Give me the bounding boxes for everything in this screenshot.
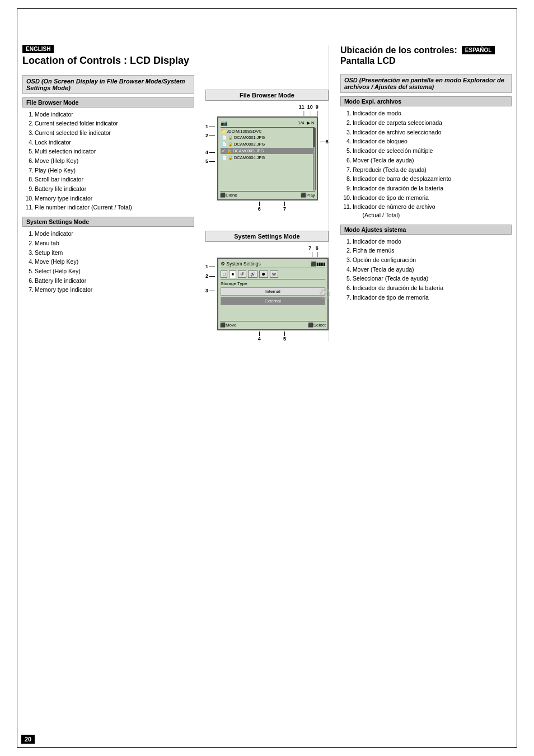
list-item: 1.Indicador de modo: [340, 237, 512, 246]
list-item: 7.Memory type indicator: [22, 285, 194, 295]
list-item: 3.Opción de configuración: [340, 255, 512, 265]
english-file-browser-label: File Browser Mode: [22, 97, 194, 108]
list-item: 3.Current selected file indicator: [22, 128, 194, 138]
spanish-system-settings-label: Modo Ajustes sistema: [340, 225, 512, 235]
list-item: 3.Setup item: [22, 248, 194, 258]
file-browser-screen-block: File Browser Mode 11 10 9 | | | 1 2: [205, 90, 329, 212]
system-settings-screen-title: System Settings Mode: [205, 231, 329, 242]
screen-mockups: File Browser Mode 11 10 9 | | | 1 2: [205, 90, 329, 342]
ss-top-callout-numbers: 7 6: [205, 245, 329, 251]
list-item: 6.Move (Help Key): [22, 156, 194, 166]
bottom-callout-numbers-fb: 6 7: [205, 202, 329, 212]
english-file-browser-list: 1.Mode indicator 2.Current selected fold…: [22, 110, 194, 213]
spanish-title: Ubicación de los controles: Pantalla LCD: [340, 45, 457, 66]
system-settings-bottom-bar: ⬛Move ⬛Select: [220, 321, 326, 328]
list-item: 6.Mover (Tecla de ayuda): [340, 156, 512, 165]
list-item: 8.Scroll bar indicator: [22, 175, 194, 184]
list-item: 2.Menu tab: [22, 239, 194, 248]
spanish-osd-header: OSD (Presentación en pantalla en modo Ex…: [340, 74, 512, 93]
list-item: 4.Mover (Tecla de ayuda): [340, 265, 512, 274]
list-item: 7.Indicador de tipo de memoria: [340, 293, 512, 302]
list-item: 2.Ficha de menús: [340, 246, 512, 255]
list-item: 1.Indicador de modo: [340, 109, 512, 118]
list-item: 4.Lock indicator: [22, 138, 194, 147]
list-item: 11.File number indicator (Current / Tota…: [22, 203, 194, 212]
spanish-lang-badge: ESPAÑOL: [462, 46, 495, 54]
list-item: 9.Battery life indicator: [22, 184, 194, 194]
english-lang-badge: ENGLISH: [22, 45, 54, 53]
file-browser-bottom-bar: ⬛Clone ⬛Play: [220, 191, 315, 198]
list-item: 7.Play (Help Key): [22, 166, 194, 175]
left-callout-numbers: 1 2 4 5: [205, 116, 215, 166]
list-item: 8.Indicador de barra de desplazamiento: [340, 174, 512, 184]
list-item: 1.Mode indicator: [22, 110, 194, 119]
list-item: 5.Multi selection indicator: [22, 147, 194, 156]
english-system-settings-list: 1.Mode indicator 2.Menu tab 3.Setup item…: [22, 229, 194, 295]
bottom-callout-numbers-ss: 4 5: [205, 332, 329, 342]
english-osd-header: OSD (On Screen Display in File Browser M…: [22, 75, 194, 94]
spanish-file-browser-list: 1.Indicador de modo 2.Indicador de carpe…: [340, 109, 512, 220]
gear-icon: ⚙: [318, 285, 332, 304]
list-item: 3.Indicador de archivo seleccionado: [340, 128, 512, 137]
system-settings-screen-block: System Settings Mode 7 6 | | 1 2: [205, 231, 329, 342]
list-item: 5.Indicador de selección múltiple: [340, 146, 512, 156]
list-item: 10.Memory type indicator: [22, 194, 194, 203]
english-title: Location of Controls : LCD Display: [22, 55, 194, 67]
list-item: 2.Current selected folder indicator: [22, 119, 194, 128]
spanish-section: Ubicación de los controles: Pantalla LCD…: [329, 45, 512, 342]
list-item: 11.Indicador de número de archivo (Actua…: [340, 202, 512, 220]
list-item: 10.Indicador de tipo de memoria: [340, 193, 512, 203]
system-settings-lcd: ⚙ System Settings ⬛▮▮▮▮ □ ■ ↺ 🔊 ⏺ W: [217, 258, 329, 330]
list-item: 5.Seleccionar (Tecla de ayuda): [340, 274, 512, 283]
top-callout-numbers: 11 10 9: [205, 104, 329, 110]
list-item: 1.Mode indicator: [22, 229, 194, 239]
list-item: 6.Battery life indicator: [22, 276, 194, 286]
list-item: 7.Reproducir (Tecla de ayuda): [340, 165, 512, 175]
right-callout-number: 8: [320, 116, 329, 144]
list-item: 6.Indicador de duración de la batería: [340, 283, 512, 293]
list-item: 5.Select (Help Key): [22, 267, 194, 276]
ss-left-callout-numbers: 1 2 3: [205, 258, 215, 300]
page-number: 20: [21, 735, 35, 744]
list-item: 2.Indicador de carpeta seleccionada: [340, 118, 512, 128]
spanish-file-browser-label: Modo Expl. archivos: [340, 96, 512, 106]
list-item: 4.Indicador de bloqueo: [340, 137, 512, 146]
file-browser-screen-title: File Browser Mode: [205, 90, 329, 101]
list-item: 4.Move (Help Key): [22, 257, 194, 267]
english-system-settings-label: System Settings Mode: [22, 217, 194, 227]
file-browser-lcd: 📷 1/4 ▶ N 📁 /DCIM/100SSDVC 📄🔒DCAM0001.JP…: [217, 116, 318, 200]
english-section: ENGLISH Location of Controls : LCD Displ…: [22, 45, 205, 342]
list-item: 9.Indicador de duración de la batería: [340, 184, 512, 193]
spanish-system-settings-list: 1.Indicador de modo 2.Ficha de menús 3.O…: [340, 237, 512, 302]
